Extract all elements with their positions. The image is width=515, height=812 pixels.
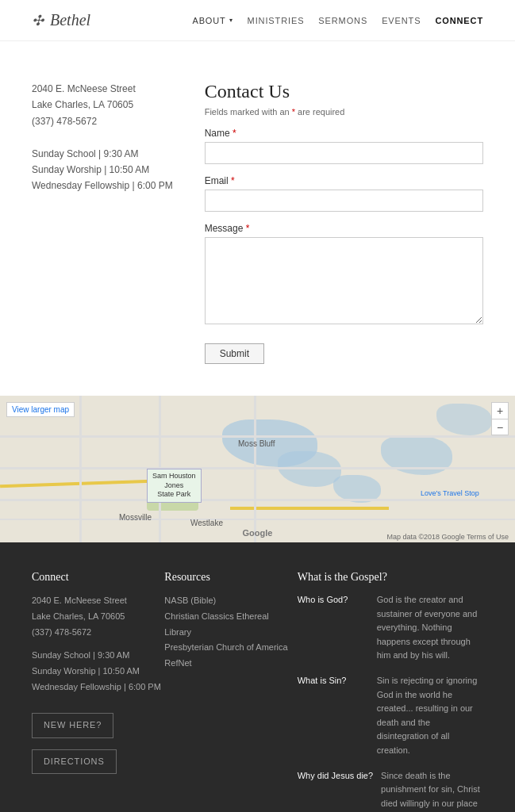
gospel-question-god: Who is God? bbox=[298, 593, 369, 663]
nav-about-label: ABOUT bbox=[192, 16, 225, 25]
contact-title: Contact Us bbox=[205, 81, 483, 102]
map-location-label: Sam Houston Jones State Park bbox=[147, 469, 202, 503]
address-line2: Lake Charles, LA 70605 bbox=[32, 97, 173, 113]
left-info-column: 2040 E. McNeese Street Lake Charles, LA … bbox=[32, 81, 173, 364]
footer-connect-column: Connect 2040 E. McNeese Street Lake Char… bbox=[32, 571, 164, 812]
map-placeholder: Sam Houston Jones State Park Moss Bluff … bbox=[0, 396, 515, 542]
footer-address-line2: Lake Charles, LA 70605 bbox=[32, 609, 164, 625]
resource-link-ccel[interactable]: Christian Classics Ethereal Library bbox=[164, 609, 297, 641]
map-road-h3 bbox=[0, 499, 515, 501]
map-zoom-in-button[interactable]: + bbox=[492, 403, 508, 419]
gospel-row-god: Who is God? God is the creator and susta… bbox=[298, 593, 483, 663]
map-road-v3 bbox=[254, 396, 256, 542]
name-required-star: * bbox=[233, 128, 236, 139]
map-google-logo: Google bbox=[243, 528, 273, 538]
message-required-star: * bbox=[246, 223, 250, 234]
gospel-answer-god: God is the creator and sustainer of ever… bbox=[377, 593, 483, 663]
resource-link-nasb[interactable]: NASB (Bible) bbox=[164, 593, 297, 609]
map-label-moss-bluff: Moss Bluff bbox=[238, 439, 275, 448]
gospel-question-jesus: Why did Jesus die? bbox=[298, 769, 373, 812]
name-input[interactable] bbox=[205, 142, 483, 164]
schedule-sunday-school: Sunday School | 9:30 AM bbox=[32, 146, 173, 162]
schedule-sunday-worship: Sunday Worship | 10:50 AM bbox=[32, 162, 173, 178]
address-line1: 2040 E. McNeese Street bbox=[32, 81, 173, 97]
contact-form-area: Contact Us Fields marked with an * are r… bbox=[205, 81, 483, 364]
nav-ministries[interactable]: MINISTRIES bbox=[248, 16, 305, 25]
nav-sermons[interactable]: SERMONS bbox=[318, 16, 367, 25]
footer-gospel-column: What is the Gospel? Who is God? God is t… bbox=[298, 571, 483, 812]
footer-schedule-sunday-worship: Sunday Worship | 10:50 AM bbox=[32, 664, 164, 680]
nav-events[interactable]: EVENTS bbox=[382, 16, 421, 25]
contact-form: Name * Email * Message * Submit bbox=[205, 128, 483, 364]
footer-schedule-sunday-school: Sunday School | 9:30 AM bbox=[32, 648, 164, 664]
submit-button[interactable]: Submit bbox=[205, 343, 264, 364]
view-larger-map-link[interactable]: View larger map bbox=[6, 402, 75, 417]
gospel-answer-sin: Sin is rejecting or ignoring God in the … bbox=[377, 674, 483, 758]
email-field-group: Email * bbox=[205, 175, 483, 212]
main-nav: ABOUT ▾ MINISTRIES SERMONS EVENTS CONNEC… bbox=[192, 16, 483, 25]
required-star: * bbox=[292, 107, 295, 117]
map-copyright: Map data ©2018 Google Terms of Use bbox=[386, 533, 509, 541]
resource-link-refnet[interactable]: RefNet bbox=[164, 656, 297, 672]
name-label: Name * bbox=[205, 128, 483, 139]
chevron-down-icon: ▾ bbox=[229, 17, 233, 24]
map-road-h2 bbox=[0, 467, 515, 469]
logo-icon: ✣ bbox=[32, 12, 44, 29]
message-label: Message * bbox=[205, 223, 483, 234]
email-label: Email * bbox=[205, 175, 483, 186]
map-road-h4 bbox=[0, 519, 515, 520]
site-header: ✣ Bethel ABOUT ▾ MINISTRIES SERMONS EVEN… bbox=[0, 0, 515, 41]
map-road-v1 bbox=[79, 396, 82, 542]
nav-connect[interactable]: CONNECT bbox=[435, 16, 483, 25]
gospel-row-jesus: Why did Jesus die? Since death is the pu… bbox=[298, 769, 483, 812]
footer-schedule: Sunday School | 9:30 AM Sunday Worship |… bbox=[32, 648, 164, 695]
name-field-group: Name * bbox=[205, 128, 483, 164]
footer-resources-heading: Resources bbox=[164, 571, 297, 584]
map-label-loves: Love's Travel Stop bbox=[421, 489, 479, 497]
gospel-row-sin: What is Sin? Sin is rejecting or ignorin… bbox=[298, 674, 483, 758]
footer-address-line1: 2040 E. McNeese Street bbox=[32, 593, 164, 609]
map-label-mossville: Mossville bbox=[119, 513, 152, 522]
phone: (337) 478-5672 bbox=[32, 113, 173, 129]
logo-text: Bethel bbox=[50, 11, 90, 29]
site-footer: Connect 2040 E. McNeese Street Lake Char… bbox=[0, 542, 515, 812]
site-logo[interactable]: ✣ Bethel bbox=[32, 11, 90, 29]
email-input[interactable] bbox=[205, 190, 483, 212]
footer-gospel-heading: What is the Gospel? bbox=[298, 571, 483, 584]
map-zoom-controls: + − bbox=[491, 402, 509, 435]
message-field-group: Message * bbox=[205, 223, 483, 327]
schedule-wednesday: Wednesday Fellowship | 6:00 PM bbox=[32, 178, 173, 193]
map-road-h1 bbox=[0, 435, 515, 438]
gospel-answer-jesus: Since death is the punishment for sin, C… bbox=[381, 769, 483, 812]
footer-phone: (337) 478-5672 bbox=[32, 625, 164, 641]
footer-columns: Connect 2040 E. McNeese Street Lake Char… bbox=[32, 571, 483, 812]
main-content: 2040 E. McNeese Street Lake Charles, LA … bbox=[0, 41, 515, 396]
footer-schedule-wednesday: Wednesday Fellowship | 6:00 PM bbox=[32, 680, 164, 695]
footer-buttons: NEW HERE? DIRECTIONS bbox=[32, 707, 164, 775]
footer-connect-heading: Connect bbox=[32, 571, 164, 584]
message-input[interactable] bbox=[205, 237, 483, 324]
required-note: Fields marked with an * are required bbox=[205, 107, 483, 117]
directions-button[interactable]: DIRECTIONS bbox=[32, 749, 117, 775]
gospel-question-sin: What is Sin? bbox=[298, 674, 369, 758]
email-required-star: * bbox=[231, 175, 235, 186]
map-zoom-out-button[interactable]: − bbox=[492, 419, 508, 435]
map-section: Sam Houston Jones State Park Moss Bluff … bbox=[0, 396, 515, 542]
map-label-westlake: Westlake bbox=[190, 519, 223, 527]
nav-about[interactable]: ABOUT ▾ bbox=[192, 16, 233, 25]
resource-link-pca[interactable]: Presbyterian Church of America bbox=[164, 640, 297, 656]
footer-resources-column: Resources NASB (Bible) Christian Classic… bbox=[164, 571, 297, 812]
new-here-button[interactable]: NEW HERE? bbox=[32, 713, 113, 738]
